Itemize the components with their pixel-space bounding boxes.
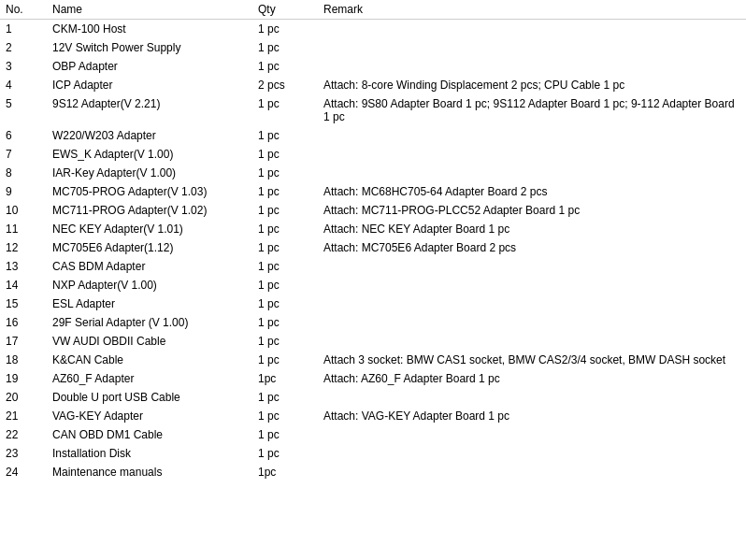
cell-no: 16 (0, 313, 47, 332)
cell-no: 3 (0, 57, 47, 76)
cell-remark (318, 126, 746, 145)
cell-no: 11 (0, 220, 47, 238)
cell-qty: 1 pc (252, 182, 318, 201)
header-qty: Qty (252, 0, 318, 20)
cell-qty: 1 pc (252, 257, 318, 276)
cell-no: 12 (0, 238, 47, 257)
cell-no: 21 (0, 407, 47, 425)
table-row: 1629F Serial Adapter (V 1.00)1 pc (0, 313, 746, 332)
header-remark: Remark (318, 0, 746, 20)
table-row: 13CAS BDM Adapter1 pc (0, 257, 746, 276)
cell-name: MC705-PROG Adapter(V 1.03) (47, 182, 252, 201)
table-row: 12MC705E6 Adapter(1.12)1 pcAttach: MC705… (0, 238, 746, 257)
cell-name: Double U port USB Cable (47, 388, 252, 407)
cell-name: Maintenance manuals (47, 463, 252, 481)
parts-table: No. Name Qty Remark 1CKM-100 Host1 pc212… (0, 0, 746, 481)
table-row: 18K&CAN Cable1 pcAttach 3 socket: BMW CA… (0, 351, 746, 369)
cell-name: CKM-100 Host (47, 20, 252, 39)
cell-no: 4 (0, 76, 47, 94)
cell-name: MC705E6 Adapter(1.12) (47, 238, 252, 257)
cell-qty: 2 pcs (252, 76, 318, 94)
cell-name: IAR-Key Adapter(V 1.00) (47, 164, 252, 182)
cell-remark (318, 57, 746, 76)
table-row: 19AZ60_F Adapter1pcAttach: AZ60_F Adapte… (0, 369, 746, 388)
cell-qty: 1 pc (252, 276, 318, 294)
cell-name: MC711-PROG Adapter(V 1.02) (47, 201, 252, 220)
cell-qty: 1 pc (252, 145, 318, 164)
table-row: 14NXP Adapter(V 1.00)1 pc (0, 276, 746, 294)
cell-remark (318, 444, 746, 463)
table-row: 22CAN OBD DM1 Cable1 pc (0, 425, 746, 444)
cell-name: NXP Adapter(V 1.00) (47, 276, 252, 294)
cell-qty: 1 pc (252, 238, 318, 257)
cell-qty: 1 pc (252, 332, 318, 351)
cell-remark: Attach: 8-core Winding Displacement 2 pc… (318, 76, 746, 94)
cell-no: 14 (0, 276, 47, 294)
cell-name: K&CAN Cable (47, 351, 252, 369)
cell-name: AZ60_F Adapter (47, 369, 252, 388)
cell-no: 24 (0, 463, 47, 481)
cell-remark (318, 425, 746, 444)
table-row: 9MC705-PROG Adapter(V 1.03)1 pcAttach: M… (0, 182, 746, 201)
cell-name: CAN OBD DM1 Cable (47, 425, 252, 444)
table-row: 59S12 Adapter(V 2.21)1 pcAttach: 9S80 Ad… (0, 94, 746, 126)
cell-qty: 1 pc (252, 201, 318, 220)
cell-no: 18 (0, 351, 47, 369)
cell-qty: 1 pc (252, 388, 318, 407)
table-row: 212V Switch Power Supply1 pc (0, 38, 746, 57)
cell-no: 15 (0, 294, 47, 313)
table-row: 4ICP Adapter2 pcsAttach: 8-core Winding … (0, 76, 746, 94)
cell-remark (318, 463, 746, 481)
cell-name: CAS BDM Adapter (47, 257, 252, 276)
cell-qty: 1 pc (252, 425, 318, 444)
table-row: 15ESL Adapter1 pc (0, 294, 746, 313)
cell-qty: 1 pc (252, 164, 318, 182)
cell-remark (318, 276, 746, 294)
cell-no: 6 (0, 126, 47, 145)
cell-remark (318, 20, 746, 39)
cell-no: 1 (0, 20, 47, 39)
cell-qty: 1 pc (252, 444, 318, 463)
table-row: 20Double U port USB Cable1 pc (0, 388, 746, 407)
cell-no: 7 (0, 145, 47, 164)
cell-remark (318, 38, 746, 57)
table-row: 24Maintenance manuals1pc (0, 463, 746, 481)
table-row: 1CKM-100 Host1 pc (0, 20, 746, 39)
cell-name: 9S12 Adapter(V 2.21) (47, 94, 252, 126)
table-row: 7EWS_K Adapter(V 1.00)1 pc (0, 145, 746, 164)
cell-name: 12V Switch Power Supply (47, 38, 252, 57)
cell-remark: Attach: NEC KEY Adapter Board 1 pc (318, 220, 746, 238)
cell-qty: 1 pc (252, 126, 318, 145)
cell-name: ESL Adapter (47, 294, 252, 313)
cell-no: 9 (0, 182, 47, 201)
cell-name: OBP Adapter (47, 57, 252, 76)
cell-qty: 1 pc (252, 38, 318, 57)
cell-remark: Attach 3 socket: BMW CAS1 socket, BMW CA… (318, 351, 746, 369)
cell-qty: 1 pc (252, 57, 318, 76)
cell-remark: Attach: MC711-PROG-PLCC52 Adapter Board … (318, 201, 746, 220)
cell-remark: Attach: MC68HC705-64 Adapter Board 2 pcs (318, 182, 746, 201)
cell-remark: Attach: 9S80 Adapter Board 1 pc; 9S112 A… (318, 94, 746, 126)
cell-no: 5 (0, 94, 47, 126)
cell-name: Installation Disk (47, 444, 252, 463)
cell-qty: 1pc (252, 369, 318, 388)
cell-qty: 1 pc (252, 294, 318, 313)
cell-remark (318, 388, 746, 407)
cell-no: 8 (0, 164, 47, 182)
cell-no: 20 (0, 388, 47, 407)
cell-remark (318, 257, 746, 276)
cell-no: 19 (0, 369, 47, 388)
header-name: Name (47, 0, 252, 20)
header-no: No. (0, 0, 47, 20)
table-row: 8IAR-Key Adapter(V 1.00)1 pc (0, 164, 746, 182)
table-row: 6W220/W203 Adapter1 pc (0, 126, 746, 145)
cell-qty: 1 pc (252, 351, 318, 369)
cell-name: 29F Serial Adapter (V 1.00) (47, 313, 252, 332)
cell-qty: 1pc (252, 463, 318, 481)
cell-no: 2 (0, 38, 47, 57)
cell-remark (318, 164, 746, 182)
cell-remark (318, 294, 746, 313)
table-row: 3OBP Adapter1 pc (0, 57, 746, 76)
table-row: 11NEC KEY Adapter(V 1.01)1 pcAttach: NEC… (0, 220, 746, 238)
cell-no: 17 (0, 332, 47, 351)
